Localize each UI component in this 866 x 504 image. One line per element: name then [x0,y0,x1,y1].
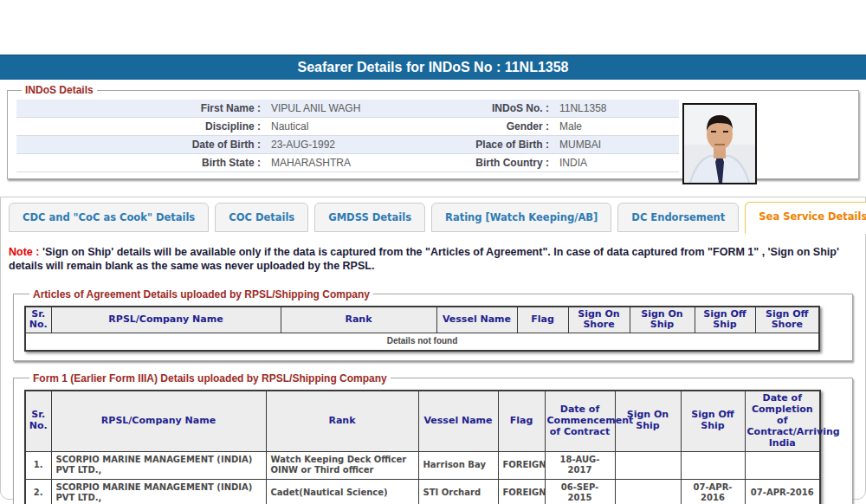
col-rank: Rank [266,391,418,451]
table-row: 1. SCORPIO MARINE MANAGEMENT (INDIA) PVT… [25,451,820,479]
tab-bar: CDC and "CoC as Cook" Details COC Detail… [1,197,865,232]
col-sign-on-shore: Sign On Shore [568,307,630,333]
col-sr-no: Sr. No. [25,391,51,451]
cell-company: SCORPIO MARINE MANAGEMENT (INDIA) PVT LT… [51,479,266,504]
col-vessel-name: Vessel Name [436,307,517,333]
col-date-of-commencement: Date of Commencement of Contract [545,391,615,451]
table-header-row: Sr. No. RPSL/Company Name Rank Vessel Na… [25,391,820,451]
cell-sign-off-ship [681,451,745,479]
col-sr-no: Sr. No. [25,307,51,333]
tab-rating-watch-keeping-ab[interactable]: Rating [Watch Keeping/AB] [431,203,611,232]
form1-legend: Form 1 (Earlier Form IIIA) Details uploa… [29,372,391,384]
cell-commencement-date: 18-AUG-2017 [545,451,615,479]
birth-state-value: MAHARASHTRA [266,154,452,172]
place-of-birth-value: MUMBAI [554,136,679,154]
date-of-birth-value: 23-AUG-1992 [266,136,452,154]
note-prefix: Note : [9,246,39,258]
birth-country-label: Birth Country : [452,154,554,172]
col-flag: Flag [517,307,568,333]
articles-of-agreement-table: Sr. No. RPSL/Company Name Rank Vessel Na… [24,306,820,352]
col-flag: Flag [498,391,545,451]
cell-completion-date [745,451,820,479]
cell-sr-no: 2. [25,479,51,504]
discipline-value: Nautical [266,118,452,136]
empty-result-row: Details not found [25,333,819,351]
discipline-label: Discipline : [16,118,266,136]
articles-of-agreement-fieldset: Articles of Agreement Details uploaded b… [13,288,853,361]
tab-dc-endorsement[interactable]: DC Endorsement [617,203,739,232]
seafarer-photo-image [684,105,755,183]
page-title: Seafarer Details for INDoS No : 11NL1358 [0,55,866,80]
cell-completion-date: 07-APR-2016 [745,479,820,504]
birth-state-label: Birth State : [16,154,266,172]
tab-panel: CDC and "CoC as Cook" Details COC Detail… [0,197,866,500]
date-of-birth-label: Date of Birth : [16,136,266,154]
gender-value: Male [554,118,679,136]
indos-details-legend: INDoS Details [22,84,97,96]
gender-label: Gender : [452,118,554,136]
form1-fieldset: Form 1 (Earlier Form IIIA) Details uploa… [13,372,853,504]
cell-rank: Cadet(Nautical Science) [266,479,418,504]
col-rank: Rank [281,307,436,333]
birth-country-value: INDIA [554,154,679,172]
first-name-label: First Name : [16,100,266,118]
articles-of-agreement-legend: Articles of Agreement Details uploaded b… [29,288,373,300]
cell-vessel: Harrison Bay [418,451,498,479]
indos-no-value: 11NL1358 [554,100,679,118]
indos-row: First Name : VIPUL ANIL WAGH INDoS No. :… [16,100,679,118]
tab-sea-service-details[interactable]: Sea Service Details [745,202,866,234]
indos-details-fieldset: INDoS Details First Name : VIPUL ANIL WA… [7,84,859,179]
col-vessel-name: Vessel Name [418,391,498,451]
cell-rank: Watch Keeping Deck Officer OINW or Third… [266,451,418,479]
indos-row: Discipline : Nautical Gender : Male [16,118,679,136]
indos-row: Date of Birth : 23-AUG-1992 Place of Bir… [16,136,679,154]
col-sign-off-ship: Sign Off Ship [681,391,745,451]
col-sign-off-shore: Sign Off Shore [755,307,819,333]
cell-sign-on-ship [615,451,681,479]
col-sign-on-ship: Sign On Ship [630,307,695,333]
col-date-of-completion: Date of Completion of Contract/Arriving … [745,391,820,451]
cell-vessel: STI Orchard [418,479,498,504]
table-row: 2. SCORPIO MARINE MANAGEMENT (INDIA) PVT… [25,479,820,504]
cell-company: SCORPIO MARINE MANAGEMENT (INDIA) PVT LT… [51,451,266,479]
indos-no-label: INDoS No. : [452,100,554,118]
tab-coc-details[interactable]: COC Details [215,203,308,232]
first-name-value: VIPUL ANIL WAGH [266,100,452,118]
cell-sign-off-ship: 07-APR-2016 [681,479,745,504]
form1-table: Sr. No. RPSL/Company Name Rank Vessel Na… [24,390,821,504]
seafarer-photo [682,103,757,184]
cell-sr-no: 1. [25,451,51,479]
place-of-birth-label: Place of Birth : [452,136,554,154]
sign-on-ship-note: Note : 'Sign on Ship' details will be av… [1,232,865,274]
col-rpsl-company-name: RPSL/Company Name [51,391,266,451]
cell-flag: FOREIGN [498,451,545,479]
table-header-row: Sr. No. RPSL/Company Name Rank Vessel Na… [25,307,819,333]
cell-commencement-date: 06-SEP-2015 [545,479,615,504]
tab-gmdss-details[interactable]: GMDSS Details [314,203,425,232]
col-sign-off-ship: Sign Off Ship [695,307,755,333]
col-rpsl-company-name: RPSL/Company Name [51,307,281,333]
note-text: 'Sign on Ship' details will be available… [9,246,839,272]
cell-sign-on-ship [615,479,681,504]
indos-row: Birth State : MAHARASHTRA Birth Country … [16,154,679,172]
indos-details-grid: First Name : VIPUL ANIL WAGH INDoS No. :… [16,100,679,172]
tab-cdc-coc-as-cook[interactable]: CDC and "CoC as Cook" Details [9,203,209,232]
details-not-found-message: Details not found [25,333,819,351]
cell-flag: FOREIGN [498,479,545,504]
